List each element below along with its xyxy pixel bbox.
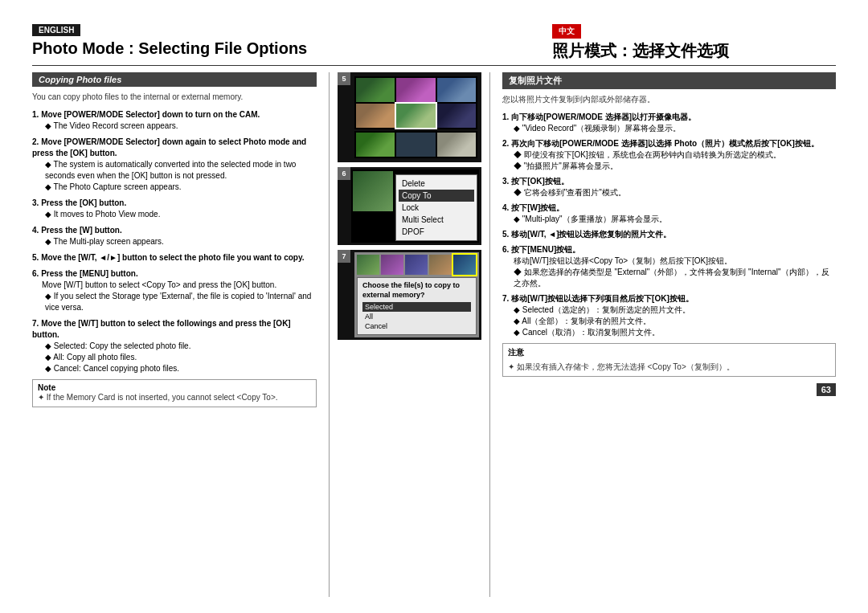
step-7-en: 7. Move the [W/T] button to select the f…: [32, 318, 317, 374]
thumb-grid-bottom: [354, 131, 477, 158]
page: ENGLISH Photo Mode : Selecting File Opti…: [0, 0, 868, 613]
camera-images-column: 5: [330, 72, 490, 597]
intro-text-en: You can copy photo files to the internal…: [32, 92, 317, 103]
step-1-en: 1. Move [POWER/MODE Selector] down to tu…: [32, 109, 317, 132]
menu-dpof: DPOF: [399, 226, 474, 238]
copy-option-cancel: Cancel: [362, 321, 471, 331]
step-1-title-en: 1. Move [POWER/MODE Selector] down to tu…: [32, 109, 317, 121]
step-7-bullet-1-zh: Selected（选定的）：复制所选定的照片文件。: [514, 304, 836, 316]
note-title-zh: 注意: [508, 347, 830, 358]
copy-option-selected: Selected: [362, 302, 471, 312]
step-5-en: 5. Move the [W/T, ◄/►] button to select …: [32, 252, 317, 264]
step-3-bullet-1-en: It moves to Photo View mode.: [45, 209, 317, 220]
step-4-bullet-1-en: The Multi-play screen appears.: [45, 236, 317, 247]
step6-main-thumb: [353, 171, 393, 211]
step7-label: 7: [338, 250, 350, 263]
thumb-7: [356, 133, 395, 157]
page-title-zh: 照片模式：选择文件选项: [552, 41, 836, 60]
section-title-zh: 复制照片文件: [502, 72, 836, 89]
step-7-bullet-3-zh: Cancel（取消）：取消复制照片文件。: [514, 327, 836, 338]
note-content-en: If the Memory Card is not inserted, you …: [38, 392, 311, 403]
step-6-zh: 6. 按下[MENU]按钮。 移动[W/T]按钮以选择<Copy To>（复制）…: [502, 244, 836, 289]
step-1-title-zh: 1. 向下移动[POWER/MODE 选择器]以打开摄像电器。: [502, 112, 836, 123]
step-2-bullet-2-en: The Photo Capture screen appears.: [45, 182, 317, 193]
step-4-zh: 4. 按下[W]按钮。 "Multi-play"（多重播放）屏幕将会显示。: [502, 202, 836, 225]
chinese-column: 复制照片文件 您以将照片文件复制到内部或外部储存器。 1. 向下移动[POWER…: [490, 72, 836, 597]
step-3-zh: 3. 按下[OK]按钮。 它将会移到"查看图片"模式。: [502, 176, 836, 198]
step-2-title-en: 2. Move [POWER/MODE Selector] down again…: [32, 137, 317, 159]
thumb-grid-5: [354, 76, 477, 129]
menu-copyto: Copy To: [399, 190, 474, 202]
thumb-5-selected: [396, 104, 435, 128]
menu-delete: Delete: [399, 178, 474, 190]
step-7-bullet-3-en: Cancel: Cancel copying photo files.: [45, 363, 317, 374]
step7-thumbs: [357, 255, 477, 275]
step-3-title-en: 3. Press the [OK] button.: [32, 198, 317, 209]
step7-image: 7 Choose the file(s) to copy to ext: [338, 250, 481, 340]
section-title-en: Copying Photo files: [32, 72, 317, 87]
step-7-bullet-2-en: All: Copy all photo files.: [45, 352, 317, 363]
thumb-b: [381, 255, 403, 275]
lang-badge-zh: 中文: [552, 24, 581, 39]
thumb-4: [356, 104, 395, 128]
step-7-bullet-1-en: Selected: Copy the selected photo file.: [45, 341, 317, 352]
english-column: Copying Photo files You can copy photo f…: [32, 72, 330, 597]
header-left: ENGLISH Photo Mode : Selecting File Opti…: [32, 24, 528, 58]
step-3-bullet-zh: 它将会移到"查看图片"模式。: [514, 187, 836, 198]
step-3-title-zh: 3. 按下[OK]按钮。: [502, 176, 836, 187]
step-2-bullet-1-en: The system is automatically converted in…: [45, 159, 317, 182]
step-6-subtitle-en: Move [W/T] button to select <Copy To> an…: [42, 280, 317, 291]
menu-multiselect: Multi Select: [399, 214, 474, 226]
intro-text-zh: 您以将照片文件复制到内部或外部储存器。: [502, 94, 836, 105]
step-6-subtitle-zh: 移动[W/T]按钮以选择<Copy To>（复制）然后按下[OK]按钮。: [514, 255, 836, 267]
note-box-zh: 注意 如果没有插入存储卡，您将无法选择 <Copy To>（复制到）。: [502, 343, 836, 377]
step6-label: 6: [338, 167, 350, 180]
step5-image: 5: [338, 72, 481, 162]
step-3-en: 3. Press the [OK] button. It moves to Ph…: [32, 198, 317, 220]
step-2-title-zh: 2. 再次向下移动[POWER/MODE 选择器]以选择 Photo（照片）模式…: [502, 138, 836, 149]
step-6-en: 6. Press the [MENU] button. Move [W/T] b…: [32, 268, 317, 313]
step-6-title-zh: 6. 按下[MENU]按钮。: [502, 244, 836, 255]
step-6-bullet-zh: 如果您选择的存储类型是 "External"（外部），文件将会复制到 "Inte…: [514, 267, 836, 289]
thumb-3: [437, 78, 476, 102]
thumb-8: [396, 133, 435, 157]
lang-badge-en: ENGLISH: [32, 24, 80, 36]
page-number: 63: [817, 383, 836, 396]
step-1-bullet-zh: "Video Record"（视频录制）屏幕将会显示。: [514, 123, 836, 134]
menu-overlay: Delete Copy To Lock Multi Select DPOF: [395, 174, 477, 241]
thumb-1: [356, 78, 395, 102]
thumb-c: [405, 255, 428, 275]
step-2-en: 2. Move [POWER/MODE Selector] down again…: [32, 137, 317, 193]
copy-option-all: All: [362, 312, 471, 321]
note-title-en: Note: [38, 383, 311, 392]
step-2-zh: 2. 再次向下移动[POWER/MODE 选择器]以选择 Photo（照片）模式…: [502, 138, 836, 172]
note-content-zh: 如果没有插入存储卡，您将无法选择 <Copy To>（复制到）。: [508, 362, 830, 373]
thumb-d: [429, 255, 452, 275]
note-box-en: Note If the Memory Card is not inserted,…: [32, 379, 317, 407]
thumb-a: [357, 255, 379, 275]
step5-label: 5: [338, 72, 350, 85]
step-5-title-zh: 5. 移动[W/T, ◄]按钮以选择您复制的照片文件。: [502, 229, 836, 240]
copy-dialog: Choose the file(s) to copy to external m…: [357, 277, 477, 335]
step-7-title-zh: 7. 移动[W/T]按钮以选择下列项目然后按下[OK]按钮。: [502, 293, 836, 304]
step-5-zh: 5. 移动[W/T, ◄]按钮以选择您复制的照片文件。: [502, 229, 836, 240]
step-1-bullet-1-en: The Video Record screen appears.: [45, 121, 317, 132]
menu-lock: Lock: [399, 202, 474, 214]
main-content: Copying Photo files You can copy photo f…: [32, 72, 836, 597]
step-7-zh: 7. 移动[W/T]按钮以选择下列项目然后按下[OK]按钮。 Selected（…: [502, 293, 836, 338]
header-right: 中文 照片模式：选择文件选项: [552, 24, 836, 60]
step-5-title-en: 5. Move the [W/T, ◄/►] button to select …: [32, 252, 317, 264]
header: ENGLISH Photo Mode : Selecting File Opti…: [32, 24, 836, 60]
step-7-bullet-2-zh: All（全部）：复制录有的照片文件。: [514, 316, 836, 327]
copy-dialog-title: Choose the file(s) to copy to external m…: [362, 281, 471, 300]
thumb-6: [437, 104, 476, 128]
step-4-title-en: 4. Press the [W] button.: [32, 225, 317, 236]
thumb-9: [437, 133, 476, 157]
page-number-container: 63: [502, 383, 836, 396]
step-1-zh: 1. 向下移动[POWER/MODE 选择器]以打开摄像电器。 "Video R…: [502, 112, 836, 134]
step-6-title-en: 6. Press the [MENU] button.: [32, 268, 317, 280]
step-7-title-en: 7. Move the [W/T] button to select the f…: [32, 318, 317, 341]
step-4-en: 4. Press the [W] button. The Multi-play …: [32, 225, 317, 247]
step6-image: 6 Delete Copy To Lock Multi S: [338, 167, 481, 245]
step-6-bullet-1-en: If you select the Storage type 'External…: [45, 291, 317, 313]
